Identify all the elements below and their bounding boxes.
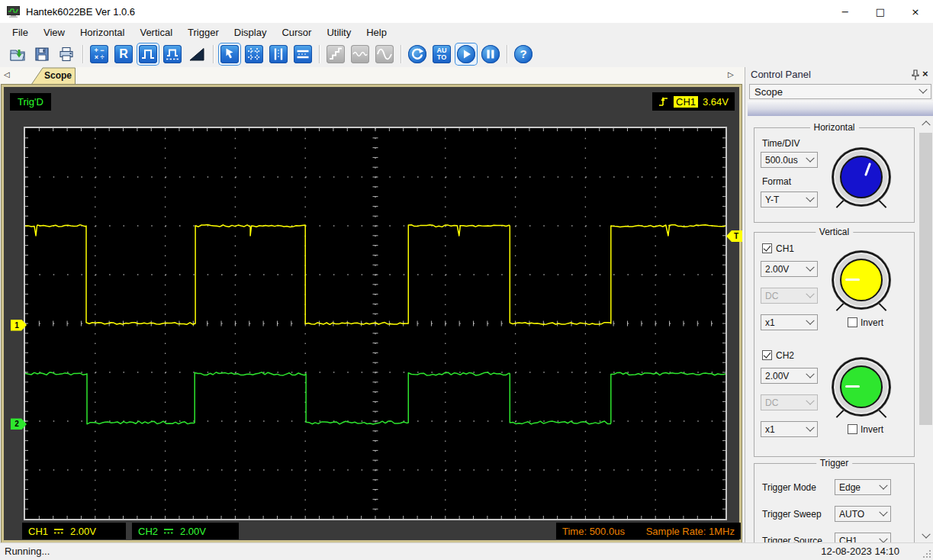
trigger-mode-value: Edge — [839, 482, 861, 493]
step-wave-button — [325, 43, 346, 65]
menu-bar: FileViewHorizontalVerticalTriggerDisplay… — [0, 23, 933, 41]
sample-rate: Sample Rate: 1MHz — [646, 526, 735, 537]
math-icon: + −× ÷ — [90, 45, 108, 63]
ramp-button[interactable] — [186, 43, 208, 65]
knob-pointer — [845, 278, 860, 281]
sine-wave-icon — [375, 45, 394, 63]
ch1-invert-label: Invert — [861, 317, 883, 328]
help-icon: ? — [514, 45, 532, 63]
format-select[interactable]: Y-T — [761, 191, 818, 208]
start-button[interactable] — [455, 43, 477, 65]
scroll-down-button[interactable] — [919, 529, 933, 542]
horizontal-cursors-button[interactable] — [292, 43, 314, 65]
ch2-volts-select[interactable]: 2.00V — [761, 368, 818, 384]
tab-scope[interactable]: Scope — [31, 67, 76, 85]
control-panel-title: Control Panel — [751, 69, 811, 80]
status-text: Running... — [5, 546, 50, 557]
trigger-sweep-select[interactable]: AUTO — [835, 506, 891, 522]
trigger-sweep-value: AUTO — [839, 509, 864, 520]
ch1-readout[interactable]: CH1 2.00V — [22, 523, 126, 539]
ch2-enable-checkbox[interactable] — [762, 350, 772, 360]
trigger-source-badge: CH1 — [674, 96, 698, 108]
maximize-button[interactable]: □ — [863, 0, 898, 23]
horizontal-cursors-icon — [294, 45, 312, 63]
smooth-wave-button — [349, 43, 371, 65]
tab-scroll-right-icon[interactable]: ▷ — [728, 70, 734, 79]
ch2-probe-value: x1 — [765, 424, 775, 435]
grid-button[interactable] — [243, 43, 265, 65]
scrollbar-thumb[interactable] — [919, 133, 932, 425]
panel-mode-select[interactable]: Scope — [749, 84, 931, 99]
ch1-probe-value: x1 — [765, 317, 775, 328]
close-button[interactable]: × — [898, 0, 933, 23]
reference-icon: R — [114, 45, 133, 63]
tab-strip: ◁ Scope ▷ — [0, 67, 745, 85]
time-div-select[interactable]: 500.0us — [761, 152, 818, 168]
waveform-baseline-icon — [163, 45, 182, 63]
horizontal-position-knob[interactable] — [832, 148, 890, 206]
waveform-plot-area[interactable]: 12T — [24, 127, 727, 520]
chevron-down-icon — [919, 85, 927, 94]
menu-help[interactable]: Help — [359, 24, 394, 40]
print-button[interactable] — [56, 43, 77, 65]
trigger-level-value: 3.64V — [703, 96, 729, 108]
time-per-div: Time: 500.0us — [562, 526, 625, 537]
title-bar[interactable]: Hantek6022BE Ver 1.0.6 − □ × — [0, 0, 933, 23]
minimize-button[interactable]: − — [828, 0, 863, 23]
dc-coupling-icon — [53, 527, 65, 535]
menu-trigger[interactable]: Trigger — [180, 24, 227, 40]
chevron-down-icon — [806, 153, 814, 162]
menu-file[interactable]: File — [5, 24, 36, 40]
menu-cursor[interactable]: Cursor — [274, 24, 319, 40]
menu-utility[interactable]: Utility — [319, 24, 359, 40]
ch1-coupling-select: DC — [761, 288, 818, 304]
ch1-enable-checkbox[interactable] — [762, 243, 772, 253]
tab-scroll-left-icon[interactable]: ◁ — [4, 70, 10, 79]
help-button[interactable]: ? — [513, 43, 534, 65]
ch1-position-knob[interactable] — [832, 251, 890, 309]
resize-grip[interactable] — [922, 549, 932, 559]
channel-waveform-button[interactable] — [137, 43, 159, 65]
knob-pointer — [845, 385, 860, 388]
pin-icon[interactable] — [910, 69, 921, 81]
vertical-cursors-button[interactable] — [268, 43, 289, 65]
menu-display[interactable]: Display — [227, 24, 275, 40]
menu-view[interactable]: View — [36, 24, 72, 40]
menu-vertical[interactable]: Vertical — [132, 24, 180, 40]
refresh-button[interactable] — [407, 43, 428, 65]
pause-button[interactable] — [480, 43, 501, 65]
panel-divider — [745, 67, 745, 542]
ch2-ground-marker[interactable]: 2 — [11, 418, 27, 430]
waveform-plot — [25, 128, 725, 519]
cursor-button[interactable] — [219, 43, 240, 65]
ch2-probe-select[interactable]: x1 — [761, 421, 818, 437]
reference-button[interactable]: R — [113, 43, 134, 65]
ch1-invert-checkbox[interactable] — [848, 317, 857, 327]
trigger-source-select[interactable]: CH1 — [835, 533, 891, 542]
chevron-down-icon — [879, 507, 887, 516]
ch1-ground-marker[interactable]: 1 — [11, 320, 27, 331]
panel-scrollbar[interactable] — [919, 116, 933, 542]
menu-horizontal[interactable]: Horizontal — [72, 24, 133, 40]
trigger-sweep-label: Trigger Sweep — [762, 509, 822, 520]
math-button[interactable]: + −× ÷ — [88, 43, 110, 65]
trigger-mode-select[interactable]: Edge — [835, 479, 891, 495]
waveform-baseline-button[interactable] — [162, 43, 183, 65]
auto-button[interactable]: AUTO — [431, 43, 452, 65]
refresh-icon — [408, 45, 426, 63]
trigger-level-marker[interactable]: T — [726, 230, 742, 242]
trigger-source-value: CH1 — [839, 536, 857, 543]
chevron-down-icon — [806, 396, 814, 404]
ch2-invert-checkbox[interactable] — [848, 424, 857, 434]
panel-close-icon[interactable]: × — [922, 68, 928, 79]
ch1-probe-select[interactable]: x1 — [761, 314, 818, 330]
ch2-position-knob[interactable] — [832, 358, 890, 416]
ch1-volts-select[interactable]: 2.00V — [761, 261, 818, 277]
cursor-icon — [220, 45, 239, 63]
open-button[interactable] — [7, 43, 28, 65]
save-button[interactable] — [31, 43, 53, 65]
ch2-readout[interactable]: CH2 2.00V — [132, 523, 239, 539]
scroll-up-button[interactable] — [919, 116, 933, 129]
format-value: Y-T — [765, 195, 779, 205]
knob-face — [840, 365, 883, 408]
